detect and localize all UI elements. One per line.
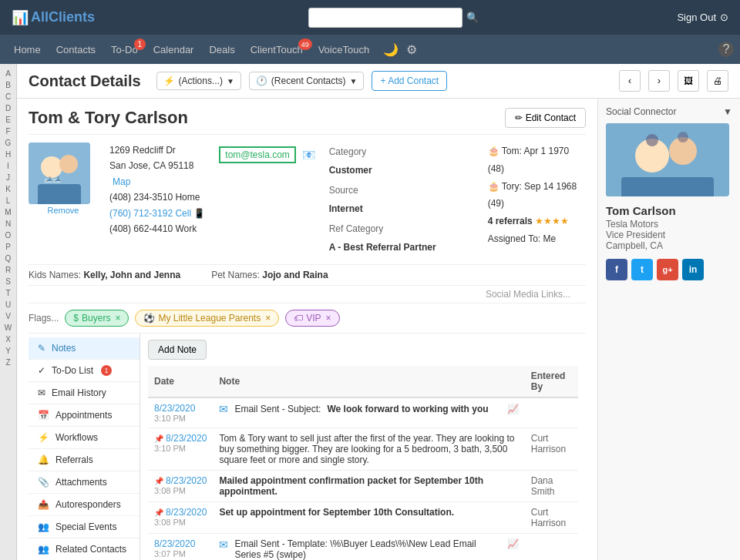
- side-nav-item-notes[interactable]: ✎ Notes: [29, 337, 140, 360]
- alpha-d[interactable]: D: [5, 102, 11, 114]
- nav-item-todo[interactable]: To-Do 1: [103, 35, 146, 64]
- alpha-s[interactable]: S: [5, 276, 11, 287]
- email-box[interactable]: tom@tesla.com: [219, 146, 296, 163]
- tag-vip[interactable]: 🏷 VIP ×: [285, 310, 339, 327]
- alpha-b[interactable]: B: [5, 79, 11, 91]
- social-media-link[interactable]: Social Media Links...: [486, 289, 570, 300]
- alpha-r[interactable]: R: [5, 264, 11, 276]
- contact-email-area: tom@tesla.com 📧: [219, 143, 317, 257]
- alpha-m[interactable]: M: [5, 206, 11, 218]
- actions-dropdown[interactable]: ⚡ (Actions...) ▼: [156, 72, 241, 90]
- alpha-n[interactable]: N: [5, 218, 11, 230]
- googleplus-icon[interactable]: g+: [657, 259, 678, 280]
- alpha-t[interactable]: T: [5, 287, 10, 299]
- pin-icon-3[interactable]: 📌: [154, 477, 163, 485]
- alpha-w[interactable]: W: [5, 322, 12, 334]
- flags-row: Flags... $ Buyers × ⚽ My Little League P…: [29, 303, 586, 334]
- side-nav-item-appointments[interactable]: 📅 Appointments: [29, 404, 140, 427]
- contact-name-row: Tom & Tory Carlson ✏ Edit Contact: [29, 99, 586, 135]
- alpha-f[interactable]: F: [5, 126, 10, 137]
- logo[interactable]: 📊 AllClients: [12, 9, 95, 26]
- chart-icon-5[interactable]: 📈: [507, 538, 519, 549]
- kids-value: Kelly, John and Jenna: [83, 270, 180, 280]
- photo-button[interactable]: 🖼: [678, 70, 699, 92]
- main-body: Tom & Tory Carlson ✏ Edit Contact: [17, 99, 740, 560]
- social-connector-dropdown-icon[interactable]: ▼: [723, 106, 732, 117]
- alpha-a[interactable]: A: [5, 68, 11, 79]
- side-nav-item-related-contacts[interactable]: 👥 Related Contacts: [29, 538, 140, 560]
- related-label: Related Contacts: [56, 544, 126, 555]
- chart-icon-1[interactable]: 📈: [507, 404, 519, 414]
- linkedin-icon[interactable]: in: [682, 259, 704, 280]
- nav-item-clienttouch[interactable]: ClientTouch 49: [243, 35, 311, 64]
- buyers-close-icon[interactable]: ×: [115, 313, 120, 324]
- tag-league[interactable]: ⚽ My Little League Parents ×: [135, 310, 279, 327]
- prev-contact-button[interactable]: ‹: [619, 70, 641, 92]
- alpha-g[interactable]: G: [5, 137, 12, 149]
- side-nav-item-autoresponders[interactable]: 📤 Autoresponders: [29, 494, 140, 516]
- nav-voicetouch-label: VoiceTouch: [318, 44, 370, 55]
- alpha-u[interactable]: U: [5, 299, 11, 310]
- vip-close-icon[interactable]: ×: [326, 313, 331, 324]
- alpha-l[interactable]: L: [6, 195, 11, 206]
- gear-icon[interactable]: ⚙: [406, 42, 417, 57]
- next-contact-button[interactable]: ›: [648, 70, 670, 92]
- twitter-icon[interactable]: t: [631, 259, 653, 280]
- side-nav-item-referrals[interactable]: 🔔 Referrals: [29, 449, 140, 471]
- add-contact-button[interactable]: + Add Contact: [372, 71, 447, 91]
- tag-buyers[interactable]: $ Buyers ×: [65, 310, 129, 327]
- alpha-h[interactable]: H: [5, 149, 11, 160]
- alpha-j[interactable]: J: [6, 172, 10, 183]
- email-options-icon[interactable]: 📧: [302, 149, 315, 161]
- side-nav-item-special-events[interactable]: 👥 Special Events: [29, 516, 140, 538]
- pin-icon-2[interactable]: 📌: [154, 434, 163, 443]
- todo-badge: 1: [101, 365, 112, 376]
- nav-item-calendar[interactable]: Calendar: [146, 35, 202, 64]
- facebook-icon[interactable]: f: [606, 259, 627, 280]
- alpha-z[interactable]: Z: [5, 357, 10, 368]
- side-nav-item-attachments[interactable]: 📎 Attachments: [29, 471, 140, 494]
- alpha-y[interactable]: Y: [5, 345, 11, 357]
- alpha-e[interactable]: E: [5, 114, 11, 126]
- side-nav-item-email[interactable]: ✉ Email History: [29, 382, 140, 404]
- search-input[interactable]: [308, 8, 462, 28]
- sign-out-btn[interactable]: Sign Out ⊙: [677, 12, 728, 23]
- address-city-state: San Jose, CA 95118: [109, 160, 193, 171]
- sign-out-icon: ⊙: [720, 12, 728, 23]
- alpha-o[interactable]: O: [5, 230, 12, 241]
- recent-dropdown[interactable]: 🕐 (Recent Contacts) ▼: [249, 72, 365, 90]
- alpha-k[interactable]: K: [5, 183, 11, 195]
- alpha-v[interactable]: V: [5, 310, 11, 322]
- side-nav-item-todo[interactable]: ✓ To-Do List 1: [29, 360, 140, 382]
- edit-contact-button[interactable]: ✏ Edit Contact: [505, 108, 586, 128]
- league-close-icon[interactable]: ×: [265, 313, 271, 324]
- nav-item-contacts[interactable]: Contacts: [49, 35, 103, 64]
- alpha-q[interactable]: Q: [5, 253, 12, 264]
- remove-photo-link[interactable]: Remove: [48, 206, 79, 215]
- note-content-5: ✉ Email Sent - Template: \%\Buyer Leads\…: [213, 534, 524, 561]
- nav-item-voicetouch[interactable]: VoiceTouch: [311, 35, 378, 64]
- map-link[interactable]: Map: [113, 176, 130, 187]
- league-icon: ⚽: [143, 313, 155, 324]
- logo-icon: 📊: [12, 9, 29, 26]
- print-button[interactable]: 🖨: [707, 70, 728, 92]
- moon-icon[interactable]: 🌙: [383, 42, 399, 57]
- address-line1: 1269 Redcliff Dr: [109, 143, 207, 158]
- nav-item-deals[interactable]: Deals: [201, 35, 242, 64]
- search-icon[interactable]: 🔍: [466, 12, 479, 23]
- alpha-c[interactable]: C: [5, 91, 11, 102]
- phone2-label: (760) 712-3192 Cell: [109, 208, 191, 219]
- alpha-x[interactable]: X: [5, 334, 11, 345]
- phone2-link[interactable]: (760) 712-3192 Cell: [109, 208, 193, 219]
- alpha-i[interactable]: I: [7, 160, 9, 172]
- flags-label[interactable]: Flags...: [29, 313, 59, 324]
- nav-item-home[interactable]: Home: [6, 35, 49, 64]
- alpha-p[interactable]: P: [5, 241, 11, 253]
- side-nav-item-workflows[interactable]: ⚡ Workflows: [29, 427, 140, 449]
- add-note-button[interactable]: Add Note: [148, 340, 207, 360]
- pin-icon-4[interactable]: 📌: [154, 508, 163, 517]
- contact-photo: 🎿🎿: [29, 143, 90, 204]
- note-bold-1: We look forward to working with you: [327, 404, 488, 414]
- help-icon[interactable]: ?: [718, 42, 734, 57]
- social-icons-row: f t g+ in: [606, 259, 732, 280]
